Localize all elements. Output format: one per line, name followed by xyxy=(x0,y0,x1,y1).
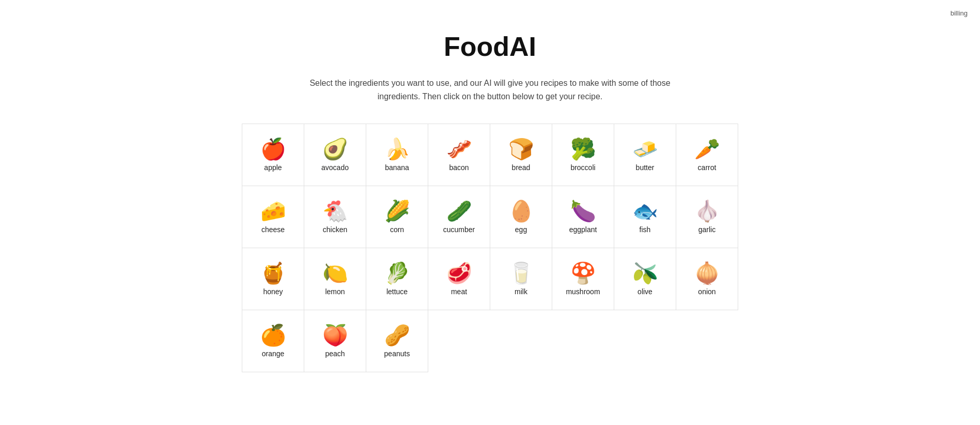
fish-icon: 🐟 xyxy=(632,201,658,221)
avocado-label: avocado xyxy=(321,163,349,172)
mushroom-label: mushroom xyxy=(566,287,600,296)
ingredient-card-meat[interactable]: 🥩meat xyxy=(428,248,490,310)
ingredient-card-peanuts[interactable]: 🥜peanuts xyxy=(366,310,428,372)
subtitle: Select the ingredients you want to use, … xyxy=(309,77,671,103)
olive-label: olive xyxy=(637,287,652,296)
ingredient-card-mushroom[interactable]: 🍄mushroom xyxy=(552,248,614,310)
ingredient-card-lettuce[interactable]: 🥬lettuce xyxy=(366,248,428,310)
banana-icon: 🍌 xyxy=(384,139,410,159)
orange-label: orange xyxy=(262,350,285,358)
orange-icon: 🍊 xyxy=(260,325,286,345)
ingredient-card-garlic[interactable]: 🧄garlic xyxy=(676,186,738,248)
ingredient-card-avocado[interactable]: 🥑avocado xyxy=(304,124,366,186)
meat-label: meat xyxy=(451,287,467,296)
ingredient-card-milk[interactable]: 🥛milk xyxy=(490,248,552,310)
garlic-label: garlic xyxy=(698,225,715,234)
peanuts-icon: 🥜 xyxy=(384,325,410,345)
milk-label: milk xyxy=(515,287,527,296)
broccoli-label: broccoli xyxy=(570,163,595,172)
ingredient-card-bread[interactable]: 🍞bread xyxy=(490,124,552,186)
honey-label: honey xyxy=(263,287,283,296)
garlic-icon: 🧄 xyxy=(694,201,720,221)
carrot-icon: 🥕 xyxy=(694,139,720,159)
cucumber-label: cucumber xyxy=(443,225,475,234)
ingredient-card-corn[interactable]: 🌽corn xyxy=(366,186,428,248)
peach-label: peach xyxy=(325,350,345,358)
bacon-icon: 🥓 xyxy=(446,139,472,159)
chicken-icon: 🐔 xyxy=(322,201,348,221)
carrot-label: carrot xyxy=(698,163,717,172)
corn-icon: 🌽 xyxy=(384,201,410,221)
bacon-label: bacon xyxy=(449,163,469,172)
peanuts-label: peanuts xyxy=(384,350,410,358)
lemon-label: lemon xyxy=(325,287,345,296)
bread-label: bread xyxy=(512,163,531,172)
peach-icon: 🍑 xyxy=(322,325,348,345)
cheese-icon: 🧀 xyxy=(260,201,286,221)
ingredient-card-eggplant[interactable]: 🍆eggplant xyxy=(552,186,614,248)
ingredient-card-cucumber[interactable]: 🥒cucumber xyxy=(428,186,490,248)
avocado-icon: 🥑 xyxy=(322,139,348,159)
ingredient-card-honey[interactable]: 🍯honey xyxy=(242,248,304,310)
ingredient-card-fish[interactable]: 🐟fish xyxy=(614,186,676,248)
lettuce-label: lettuce xyxy=(386,287,408,296)
broccoli-icon: 🥦 xyxy=(570,139,596,159)
main-content: FoodAI Select the ingredients you want t… xyxy=(0,0,980,372)
egg-icon: 🥚 xyxy=(508,201,534,221)
billing-link[interactable]: billing xyxy=(951,9,968,17)
eggplant-label: eggplant xyxy=(569,225,597,234)
ingredients-grid: 🍎apple🥑avocado🍌banana🥓bacon🍞bread🥦brocco… xyxy=(242,124,738,372)
mushroom-icon: 🍄 xyxy=(570,263,596,283)
bread-icon: 🍞 xyxy=(508,139,534,159)
ingredient-card-apple[interactable]: 🍎apple xyxy=(242,124,304,186)
lemon-icon: 🍋 xyxy=(322,263,348,283)
butter-icon: 🧈 xyxy=(632,139,658,159)
apple-label: apple xyxy=(264,163,282,172)
ingredient-card-bacon[interactable]: 🥓bacon xyxy=(428,124,490,186)
chicken-label: chicken xyxy=(323,225,347,234)
onion-icon: 🧅 xyxy=(694,263,720,283)
olive-icon: 🫒 xyxy=(632,263,658,283)
honey-icon: 🍯 xyxy=(260,263,286,283)
lettuce-icon: 🥬 xyxy=(384,263,410,283)
ingredient-card-olive[interactable]: 🫒olive xyxy=(614,248,676,310)
ingredient-card-broccoli[interactable]: 🥦broccoli xyxy=(552,124,614,186)
ingredient-card-egg[interactable]: 🥚egg xyxy=(490,186,552,248)
cheese-label: cheese xyxy=(261,225,285,234)
meat-icon: 🥩 xyxy=(446,263,472,283)
cucumber-icon: 🥒 xyxy=(446,201,472,221)
banana-label: banana xyxy=(385,163,409,172)
ingredient-card-orange[interactable]: 🍊orange xyxy=(242,310,304,372)
corn-label: corn xyxy=(390,225,404,234)
onion-label: onion xyxy=(698,287,715,296)
milk-icon: 🥛 xyxy=(508,263,534,283)
ingredient-card-butter[interactable]: 🧈butter xyxy=(614,124,676,186)
egg-label: egg xyxy=(515,225,527,234)
ingredient-card-cheese[interactable]: 🧀cheese xyxy=(242,186,304,248)
ingredient-card-carrot[interactable]: 🥕carrot xyxy=(676,124,738,186)
eggplant-icon: 🍆 xyxy=(570,201,596,221)
butter-label: butter xyxy=(636,163,655,172)
apple-icon: 🍎 xyxy=(260,139,286,159)
ingredient-card-lemon[interactable]: 🍋lemon xyxy=(304,248,366,310)
page-title: FoodAI xyxy=(444,31,536,62)
ingredient-card-banana[interactable]: 🍌banana xyxy=(366,124,428,186)
ingredient-card-chicken[interactable]: 🐔chicken xyxy=(304,186,366,248)
ingredient-card-onion[interactable]: 🧅onion xyxy=(676,248,738,310)
fish-label: fish xyxy=(640,225,651,234)
ingredient-card-peach[interactable]: 🍑peach xyxy=(304,310,366,372)
